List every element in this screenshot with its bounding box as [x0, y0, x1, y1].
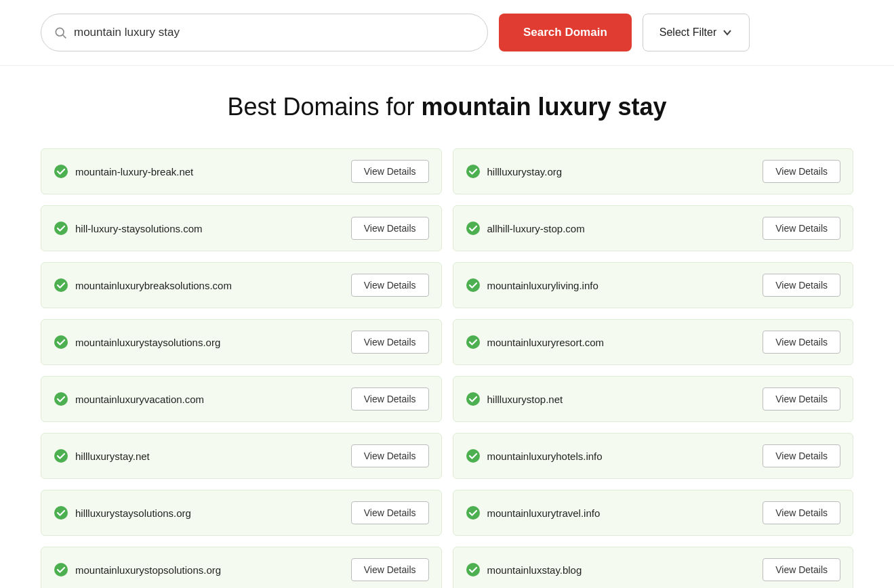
- check-available-icon: [54, 392, 68, 406]
- domain-left: allhill-luxury-stop.com: [466, 221, 585, 236]
- view-details-button[interactable]: View Details: [351, 444, 429, 467]
- select-filter-button[interactable]: Select Filter: [643, 14, 750, 51]
- view-details-button[interactable]: View Details: [763, 558, 840, 581]
- domain-left: mountainluxurybreaksolutions.com: [54, 278, 232, 293]
- view-details-button[interactable]: View Details: [351, 217, 429, 240]
- domain-left: hillluxurystaysolutions.org: [54, 505, 191, 520]
- svg-point-10: [54, 392, 68, 406]
- domain-name: hillluxurystay.net: [75, 450, 150, 462]
- domain-row: mountain-luxury-break.net View Details: [41, 148, 442, 194]
- svg-point-16: [54, 563, 68, 576]
- svg-point-6: [54, 278, 68, 292]
- domain-row: hillluxurystay.org View Details: [453, 148, 854, 194]
- view-details-button[interactable]: View Details: [763, 217, 840, 240]
- svg-point-4: [54, 222, 68, 235]
- search-wrapper: [41, 14, 488, 51]
- svg-point-14: [54, 506, 68, 520]
- check-available-icon: [466, 278, 481, 293]
- domain-name: hillluxurystaysolutions.org: [75, 507, 191, 519]
- domain-row: mountainluxuryresort.com View Details: [453, 319, 854, 365]
- search-icon: [54, 26, 67, 39]
- domain-name: mountainluxuryresort.com: [487, 337, 605, 348]
- domain-row: hillluxurystay.net View Details: [41, 433, 442, 479]
- check-available-icon: [54, 278, 68, 293]
- domain-name: mountainluxurybreaksolutions.com: [75, 280, 232, 291]
- domain-left: mountainluxstay.blog: [466, 562, 582, 577]
- check-available-icon: [54, 164, 68, 179]
- page-content: Best Domains for mountain luxury stay mo…: [0, 66, 894, 588]
- check-available-icon: [54, 221, 68, 236]
- search-domain-button[interactable]: Search Domain: [499, 14, 632, 51]
- domain-name: mountainluxuryliving.info: [487, 280, 598, 291]
- view-details-button[interactable]: View Details: [763, 387, 840, 411]
- domain-left: mountain-luxury-break.net: [54, 164, 193, 179]
- view-details-button[interactable]: View Details: [763, 160, 840, 183]
- domain-name: mountainluxuryvacation.com: [75, 394, 204, 405]
- view-details-button[interactable]: View Details: [351, 274, 429, 297]
- view-details-button[interactable]: View Details: [351, 501, 429, 524]
- check-available-icon: [466, 335, 481, 350]
- domain-left: mountainluxurytravel.info: [466, 505, 601, 520]
- view-details-button[interactable]: View Details: [351, 387, 429, 411]
- view-details-button[interactable]: View Details: [763, 444, 840, 467]
- check-available-icon: [54, 448, 68, 463]
- svg-point-12: [54, 449, 68, 463]
- svg-point-8: [54, 335, 68, 349]
- svg-point-11: [466, 392, 480, 406]
- svg-point-17: [466, 563, 480, 576]
- view-details-button[interactable]: View Details: [351, 558, 429, 581]
- check-available-icon: [466, 505, 481, 520]
- check-available-icon: [466, 392, 481, 406]
- top-bar: Search Domain Select Filter: [0, 0, 894, 66]
- check-available-icon: [54, 562, 68, 577]
- domain-row: mountainluxuryliving.info View Details: [453, 262, 854, 308]
- domain-row: hillluxurystaysolutions.org View Details: [41, 490, 442, 536]
- view-details-button[interactable]: View Details: [351, 160, 429, 183]
- domain-row: mountainluxuryvacation.com View Details: [41, 376, 442, 422]
- check-available-icon: [466, 164, 481, 179]
- view-details-button[interactable]: View Details: [763, 501, 840, 524]
- domain-row: allhill-luxury-stop.com View Details: [453, 205, 854, 251]
- svg-line-1: [63, 35, 66, 39]
- domain-left: mountainluxuryhotels.info: [466, 448, 603, 463]
- domain-name: mountainluxurystopsolutions.org: [75, 564, 221, 576]
- chevron-down-icon: [722, 27, 733, 38]
- domain-name: hillluxurystay.org: [487, 166, 563, 177]
- search-input[interactable]: [74, 26, 475, 39]
- view-details-button[interactable]: View Details: [351, 331, 429, 354]
- svg-point-15: [466, 506, 480, 520]
- domain-left: mountainluxurystaysolutions.org: [54, 335, 220, 350]
- domain-row: hillluxurystop.net View Details: [453, 376, 854, 422]
- filter-label: Select Filter: [659, 26, 716, 39]
- domain-name: hillluxurystop.net: [487, 394, 563, 405]
- domain-left: hillluxurystay.org: [466, 164, 563, 179]
- domain-name: allhill-luxury-stop.com: [487, 223, 585, 234]
- domain-left: mountainluxuryliving.info: [466, 278, 598, 293]
- domain-left: mountainluxuryvacation.com: [54, 392, 204, 406]
- domain-row: mountainluxstay.blog View Details: [453, 547, 854, 588]
- domain-row: mountainluxuryhotels.info View Details: [453, 433, 854, 479]
- svg-point-13: [466, 449, 480, 463]
- check-available-icon: [466, 448, 481, 463]
- svg-point-5: [466, 222, 480, 235]
- domain-left: hillluxurystay.net: [54, 448, 150, 463]
- check-available-icon: [466, 562, 481, 577]
- svg-point-0: [56, 28, 64, 36]
- domain-row: mountainluxurystopsolutions.org View Det…: [41, 547, 442, 588]
- domain-left: mountainluxurystopsolutions.org: [54, 562, 221, 577]
- check-available-icon: [54, 335, 68, 350]
- domain-row: mountainluxurytravel.info View Details: [453, 490, 854, 536]
- domain-left: hill-luxury-staysolutions.com: [54, 221, 203, 236]
- heading-prefix: Best Domains for: [227, 93, 421, 121]
- domain-left: hillluxurystop.net: [466, 392, 563, 406]
- check-available-icon: [466, 221, 481, 236]
- domains-grid: mountain-luxury-break.net View Details h…: [41, 148, 853, 588]
- domain-name: mountain-luxury-break.net: [75, 166, 193, 177]
- domain-name: mountainluxurystaysolutions.org: [75, 337, 220, 348]
- svg-point-2: [54, 165, 68, 178]
- svg-point-3: [466, 165, 480, 178]
- view-details-button[interactable]: View Details: [763, 331, 840, 354]
- domain-name: hill-luxury-staysolutions.com: [75, 223, 203, 234]
- svg-point-9: [466, 335, 480, 349]
- view-details-button[interactable]: View Details: [763, 274, 840, 297]
